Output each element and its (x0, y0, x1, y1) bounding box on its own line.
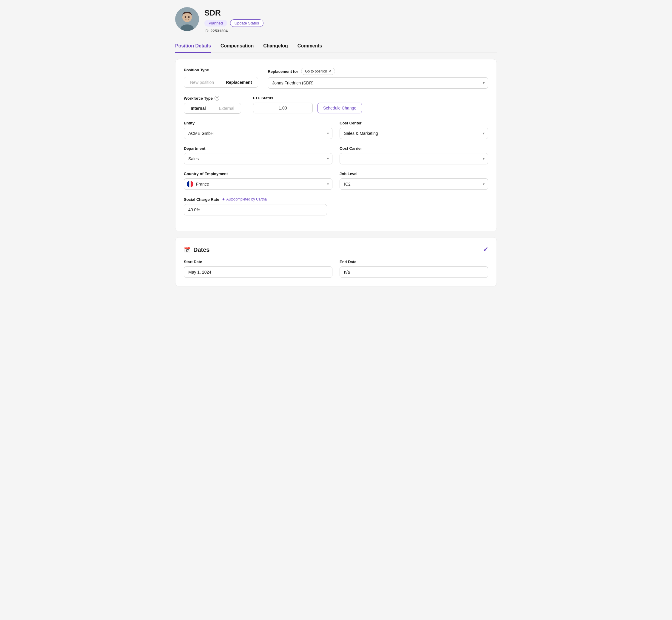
profile-id: ID: 22531204 (204, 29, 263, 33)
status-badge: Planned (204, 20, 227, 27)
cost-center-select[interactable]: Sales & Marketing (340, 128, 488, 139)
cost-carrier-section: Cost Carrier ▾ (340, 146, 488, 164)
fte-row: Schedule Change (253, 103, 488, 113)
job-level-select-wrapper: IC2 ▾ (340, 178, 488, 190)
social-charge-rate-input[interactable] (184, 204, 327, 215)
country-job-level-row: Country of Employment France ▾ Job Level (184, 171, 488, 190)
avatar (175, 7, 199, 31)
replacement-for-label: Replacement for (268, 69, 298, 74)
dates-check-icon: ✓ (483, 246, 488, 254)
end-date-label: End Date (340, 260, 488, 264)
department-select-wrapper: Sales ▾ (184, 153, 332, 164)
tab-position-details[interactable]: Position Details (175, 40, 211, 53)
dates-card: 📅 Dates ✓ Start Date End Date (175, 237, 497, 287)
cost-center-section: Cost Center Sales & Marketing ▾ (340, 121, 488, 139)
id-label: ID: (204, 29, 209, 33)
replacement-for-section: Replacement for Go to position ↗ Jonas F… (268, 68, 488, 89)
workforce-type-toggle: Internal External (184, 103, 241, 114)
country-label: Country of Employment (184, 171, 332, 176)
header-info: SDR Planned Update Status ID: 22531204 (204, 7, 263, 33)
country-section: Country of Employment France ▾ (184, 171, 332, 190)
fte-input[interactable] (253, 103, 313, 113)
entity-select[interactable]: ACME GmbH (184, 128, 332, 139)
svg-point-2 (182, 12, 192, 22)
department-cost-carrier-row: Department Sales ▾ Cost Carrier ▾ (184, 146, 488, 164)
profile-header: SDR Planned Update Status ID: 22531204 (175, 7, 497, 33)
workforce-type-help-icon[interactable]: ? (215, 96, 219, 101)
entity-section: Entity ACME GmbH ▾ (184, 121, 332, 139)
start-date-input[interactable] (184, 266, 332, 278)
workforce-external[interactable]: External (212, 103, 241, 113)
replacement-for-label-row: Replacement for Go to position ↗ (268, 68, 488, 75)
workforce-type-section: Workforce Type ? Internal External (184, 96, 241, 114)
position-type-section: Position Type New position Replacement (184, 68, 258, 88)
workforce-type-label: Workforce Type ? (184, 96, 241, 101)
department-label: Department (184, 146, 332, 151)
profile-name: SDR (204, 8, 263, 17)
end-date-input[interactable] (340, 266, 488, 278)
dates-header: 📅 Dates ✓ (184, 246, 488, 254)
tab-compensation[interactable]: Compensation (220, 40, 254, 53)
workforce-internal[interactable]: Internal (184, 103, 212, 113)
position-type-toggle: New position Replacement (184, 77, 258, 88)
cost-carrier-select-wrapper: ▾ (340, 153, 488, 164)
entity-label: Entity (184, 121, 332, 125)
tab-changelog[interactable]: Changelog (263, 40, 288, 53)
tabs: Position Details Compensation Changelog … (175, 40, 497, 53)
start-date-section: Start Date (184, 260, 332, 278)
calendar-icon: 📅 (184, 247, 190, 253)
autocomplete-icon: ✦ (222, 197, 225, 202)
entity-cost-center-row: Entity ACME GmbH ▾ Cost Center Sales & M… (184, 121, 488, 139)
svg-point-4 (188, 16, 190, 18)
country-select-wrapper: France ▾ (184, 178, 332, 190)
svg-point-3 (185, 16, 186, 18)
replacement-for-select[interactable]: Jonas Friedrich (SDR) (268, 77, 488, 89)
start-date-label: Start Date (184, 260, 332, 264)
schedule-change-button[interactable]: Schedule Change (317, 103, 362, 113)
job-level-section: Job Level IC2 ▾ (340, 171, 488, 190)
position-type-label: Position Type (184, 68, 258, 72)
job-level-label: Job Level (340, 171, 488, 176)
end-date-section: End Date (340, 260, 488, 278)
social-charge-rate-section: Social Charge Rate ✦ Autocompleted by Ca… (184, 197, 327, 215)
update-status-button[interactable]: Update Status (230, 19, 263, 27)
id-value: 22531204 (210, 29, 228, 33)
position-details-card: Position Type New position Replacement R… (175, 59, 497, 231)
entity-select-wrapper: ACME GmbH ▾ (184, 128, 332, 139)
go-to-position-button[interactable]: Go to position ↗ (301, 68, 335, 75)
autocomplete-label: ✦ Autocompleted by Cartha (222, 197, 267, 202)
cost-carrier-label: Cost Carrier (340, 146, 488, 151)
replacement-for-select-wrapper: Jonas Friedrich (SDR) ▾ (268, 77, 488, 89)
cost-center-select-wrapper: Sales & Marketing ▾ (340, 128, 488, 139)
social-charge-rate-label-row: Social Charge Rate ✦ Autocompleted by Ca… (184, 197, 327, 202)
fte-status-label: FTE Status (253, 96, 488, 100)
dates-fields: Start Date End Date (184, 260, 488, 278)
department-select[interactable]: Sales (184, 153, 332, 164)
tab-comments[interactable]: Comments (298, 40, 322, 53)
header-badges: Planned Update Status (204, 19, 263, 27)
department-section: Department Sales ▾ (184, 146, 332, 164)
dates-title: 📅 Dates (184, 247, 209, 253)
position-type-replacement[interactable]: Replacement (220, 77, 258, 88)
country-select[interactable]: France (184, 178, 332, 190)
job-level-select[interactable]: IC2 (340, 178, 488, 190)
fte-status-section: FTE Status Schedule Change (253, 96, 488, 113)
cost-carrier-select[interactable] (340, 153, 488, 164)
position-type-new[interactable]: New position (184, 77, 220, 88)
cost-center-label: Cost Center (340, 121, 488, 125)
